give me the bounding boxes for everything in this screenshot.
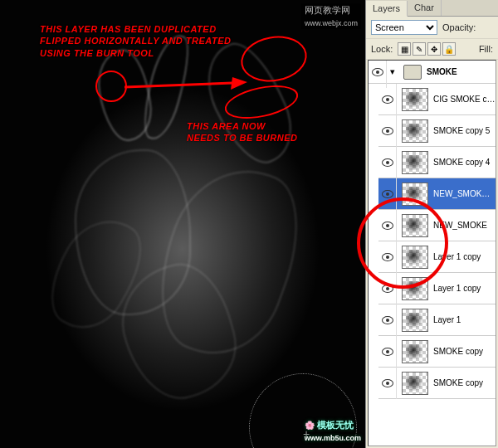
eye-icon — [382, 190, 393, 198]
panel-tabs: Layers Char — [366, 0, 498, 17]
layer-name[interactable]: SMOKE copy — [433, 378, 496, 387]
layer-thumbnail[interactable] — [402, 246, 428, 269]
tab-layers[interactable]: Layers — [366, 1, 408, 17]
layer-name[interactable]: Layer 1 — [433, 315, 496, 324]
layer-name[interactable]: NEW_SMOKE copy — [433, 189, 496, 198]
eye-icon — [382, 348, 393, 356]
chevron-down-icon[interactable]: ▾ — [390, 66, 395, 77]
visibility-toggle[interactable] — [378, 368, 397, 399]
layers-list[interactable]: ▾ SMOKE CIG SMOKE copy SMOKE copy 5 SMOK… — [368, 60, 496, 446]
eye-icon — [382, 127, 393, 135]
layer-thumbnail[interactable] — [402, 183, 428, 206]
group-name[interactable]: SMOKE — [427, 67, 496, 76]
eye-icon — [372, 68, 383, 76]
layer-name[interactable]: Layer 1 copy — [433, 252, 496, 261]
layer-name[interactable]: SMOKE copy — [433, 347, 496, 356]
layer-thumbnail[interactable] — [402, 119, 428, 143]
layer-row[interactable]: CIG SMOKE copy — [378, 84, 496, 115]
fill-label: Fill: — [479, 44, 493, 54]
folder-icon — [403, 65, 422, 80]
annotation-arrow — [124, 75, 249, 100]
eye-icon — [382, 379, 393, 387]
visibility-toggle[interactable] — [378, 115, 397, 147]
lock-label: Lock: — [371, 44, 393, 54]
annotation-circle-left — [95, 71, 127, 102]
layer-row[interactable]: Layer 1 — [378, 304, 496, 336]
eye-icon — [382, 285, 393, 293]
eye-icon — [382, 253, 393, 261]
layer-name[interactable]: Layer 1 copy — [433, 284, 496, 293]
layer-name[interactable]: SMOKE copy 5 — [433, 126, 496, 135]
layer-thumbnail[interactable] — [402, 277, 428, 300]
visibility-toggle[interactable] — [378, 147, 397, 178]
layer-name[interactable]: SMOKE copy 4 — [433, 158, 496, 167]
svg-line-0 — [124, 83, 232, 87]
layers-panel: Layers Char Screen Opacity: Lock: ▦ ✎ ✥ … — [365, 0, 498, 448]
visibility-toggle[interactable] — [378, 336, 397, 368]
layer-row[interactable]: Layer 1 copy — [378, 241, 496, 273]
annotation-text-2: THIS AREA NOW NEEDS TO BE BURNED — [187, 120, 297, 144]
eye-icon — [382, 316, 393, 324]
visibility-toggle[interactable] — [378, 84, 397, 115]
canvas[interactable]: THIS LAYER HAS BEEN DUPLICATED FLIPPED H… — [0, 0, 365, 448]
layer-row[interactable]: SMOKE copy — [378, 336, 496, 368]
annotation-text-1: THIS LAYER HAS BEEN DUPLICATED FLIPPED H… — [40, 23, 232, 59]
watermark-bottom-right: 🌸 模板无忧 www.mb5u.com — [305, 419, 361, 443]
watermark-top: 网页教学网 www.webjx.com — [301, 3, 361, 29]
eye-icon — [382, 222, 393, 230]
opacity-label: Opacity: — [442, 22, 476, 32]
layer-row[interactable]: Layer 1 copy — [378, 273, 496, 304]
layer-thumbnail[interactable] — [402, 88, 428, 111]
svg-marker-1 — [231, 77, 247, 90]
layer-thumbnail[interactable] — [402, 372, 428, 395]
layer-group[interactable]: ▾ SMOKE — [369, 61, 496, 84]
visibility-toggle[interactable] — [378, 273, 397, 304]
tab-channels[interactable]: Char — [408, 0, 442, 16]
layer-row[interactable]: SMOKE copy 5 — [378, 115, 496, 147]
layer-row[interactable]: NEW_SMOKE — [378, 210, 496, 241]
layer-row[interactable]: SMOKE copy — [378, 368, 496, 399]
layer-row-selected[interactable]: NEW_SMOKE copy — [378, 178, 496, 210]
eye-icon — [382, 95, 393, 104]
layer-row[interactable]: SMOKE copy 4 — [378, 147, 496, 178]
lock-pixels-icon[interactable]: ✎ — [413, 42, 426, 56]
lock-buttons: ▦ ✎ ✥ 🔒 — [398, 42, 456, 56]
layer-name[interactable]: NEW_SMOKE — [433, 221, 496, 230]
lock-transparency-icon[interactable]: ▦ — [398, 42, 411, 56]
visibility-toggle[interactable] — [378, 178, 397, 210]
visibility-toggle[interactable] — [378, 241, 397, 273]
blend-mode-select[interactable]: Screen — [371, 20, 437, 35]
layer-thumbnail[interactable] — [402, 309, 428, 332]
visibility-toggle[interactable] — [378, 210, 397, 241]
eye-icon — [382, 158, 393, 167]
layer-name[interactable]: CIG SMOKE copy — [433, 95, 496, 104]
layer-thumbnail[interactable] — [402, 214, 428, 237]
layer-thumbnail[interactable] — [402, 151, 428, 174]
layer-thumbnail[interactable] — [402, 340, 428, 363]
lock-all-icon[interactable]: 🔒 — [442, 42, 456, 56]
visibility-toggle[interactable] — [378, 304, 397, 336]
lock-position-icon[interactable]: ✥ — [427, 42, 441, 56]
